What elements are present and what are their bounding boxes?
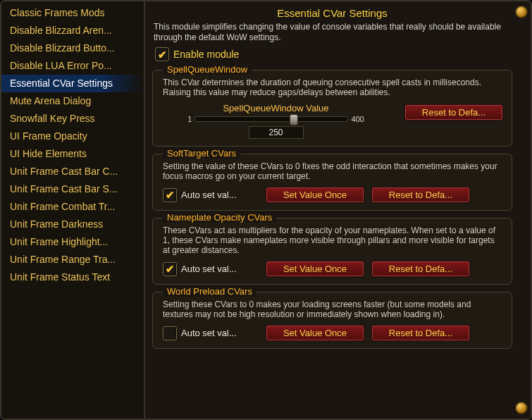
section-title: SpellQueueWindow (163, 64, 252, 75)
page-description: This module simplifies changing the valu… (152, 22, 512, 47)
section-nameplate-opacity: Nameplate Opacity CVars These CVars act … (152, 218, 512, 285)
checkbox-box (163, 262, 177, 276)
checkbox-label: Enable module (173, 49, 239, 60)
sidebar-item-range-tra[interactable]: Unit Frame Range Tra... (1, 251, 144, 268)
slider-label: SpellQueueWindow Value (223, 103, 328, 113)
sidebar-item-essential-cvar[interactable]: Essential CVar Settings (1, 75, 144, 92)
section-title: Nameplate Opacity CVars (163, 212, 276, 223)
sidebar-item-combat-tr[interactable]: Unit Frame Combat Tr... (1, 198, 144, 216)
sidebar-item-snowfall[interactable]: Snowfall Key Press (1, 110, 144, 128)
auto-set-checkbox[interactable]: Auto set val... (163, 262, 259, 276)
reset-defaults-button[interactable]: Reset to Defa... (404, 104, 503, 121)
checkbox-label: Auto set val... (181, 190, 237, 200)
checkbox-box (155, 47, 169, 61)
slider-max: 400 (351, 115, 364, 123)
checkbox-box (163, 188, 177, 202)
section-world-preload: World Preload CVars Setting these CVars … (152, 292, 512, 349)
sidebar-item-mute-arena[interactable]: Mute Arena Dialog (1, 92, 144, 110)
sidebar-item-highlight[interactable]: Unit Frame Highlight... (1, 233, 144, 251)
sidebar-item-castbar-s[interactable]: Unit Frame Cast Bar S... (1, 180, 144, 198)
sidebar-item-disable-lua[interactable]: Disable LUA Error Po... (1, 57, 144, 75)
reset-defaults-button[interactable]: Reset to Defa... (371, 187, 470, 203)
spellqueue-slider[interactable] (194, 116, 348, 122)
section-softtarget: SoftTarget CVars Setting the value of th… (152, 154, 512, 211)
sidebar: Classic Frames Mods Disable Blizzard Are… (1, 1, 145, 419)
scroll-up-button[interactable] (515, 6, 528, 18)
set-value-once-button[interactable]: Set Value Once (266, 187, 364, 203)
sidebar-item-status-text[interactable]: Unit Frame Status Text (1, 268, 144, 286)
main-panel: Essential CVar Settings This module simp… (145, 1, 531, 419)
section-description: These CVars act as multipliers for the o… (163, 224, 503, 261)
set-value-once-button[interactable]: Set Value Once (266, 261, 364, 277)
section-description: Setting the value of these CVars to 0 fi… (163, 160, 503, 187)
section-title: World Preload CVars (163, 286, 256, 297)
sidebar-item-disable-arena[interactable]: Disable Blizzard Aren... (1, 22, 144, 39)
slider-value-input[interactable]: 250 (249, 126, 304, 139)
set-value-once-button[interactable]: Set Value Once (266, 325, 364, 341)
sidebar-item-castbar-c[interactable]: Unit Frame Cast Bar C... (1, 163, 144, 180)
slider-thumb[interactable] (290, 114, 298, 125)
page-title: Essential CVar Settings (152, 6, 512, 22)
checkbox-label: Auto set val... (181, 264, 237, 274)
sidebar-item-ui-opacity[interactable]: UI Frame Opacity (1, 128, 144, 145)
slider-min: 1 (187, 115, 192, 123)
section-description: Setting these CVars to 0 makes your load… (163, 298, 503, 325)
auto-set-checkbox[interactable]: Auto set val... (163, 326, 259, 340)
sidebar-item-ui-hide[interactable]: UI Hide Elements (1, 145, 144, 163)
checkbox-box (163, 326, 177, 340)
auto-set-checkbox[interactable]: Auto set val... (163, 188, 259, 202)
checkbox-label: Auto set val... (181, 328, 237, 338)
scroll-down-button[interactable] (515, 402, 528, 414)
reset-defaults-button[interactable]: Reset to Defa... (371, 261, 470, 277)
section-spellqueuewindow: SpellQueueWindow This CVar determines th… (152, 70, 512, 147)
sidebar-item-disable-button[interactable]: Disable Blizzard Butto... (1, 39, 144, 57)
section-title: SoftTarget CVars (163, 148, 240, 159)
sidebar-item-classic-frames[interactable]: Classic Frames Mods (1, 4, 144, 22)
sidebar-item-darkness[interactable]: Unit Frame Darkness (1, 216, 144, 233)
section-description: This CVar determines the duration of que… (163, 76, 503, 103)
reset-defaults-button[interactable]: Reset to Defa... (371, 325, 470, 341)
enable-module-checkbox[interactable]: Enable module (152, 47, 512, 63)
